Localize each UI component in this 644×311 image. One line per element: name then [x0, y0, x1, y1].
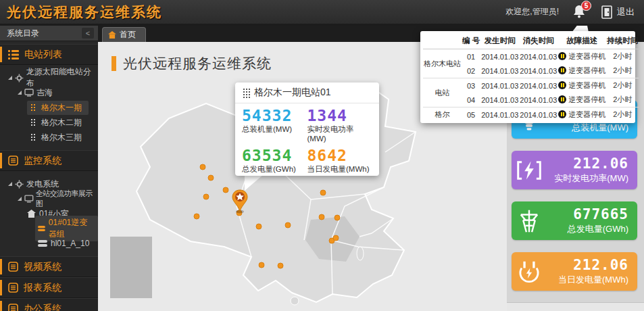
home-icon: [108, 31, 116, 39]
sidebar-item-geermu-phase3[interactable]: 格尔木三期: [0, 130, 98, 145]
fault-pause-icon: [558, 95, 566, 103]
station-dot[interactable]: [285, 222, 291, 229]
station-dot[interactable]: [203, 194, 209, 200]
inverter-icon: [38, 239, 47, 247]
stat-daily-generation: 8642 当日发电量(MWh): [307, 147, 373, 174]
app-header: 光伏远程服务运维系统 欢迎您,管理员! 5 退出: [0, 0, 644, 26]
welcome-text: 欢迎您,管理员!: [505, 6, 559, 18]
taiwan-shape: [357, 247, 364, 260]
sidebar-item-label: 龙源太阳能电站分布: [26, 66, 98, 89]
sidebar-item-label: 电站列表: [24, 49, 62, 61]
card-label: 总装机量(MW): [547, 122, 628, 134]
tab-home-label: 首页: [120, 29, 136, 41]
sidebar-item-label: 格尔木一期: [41, 102, 82, 114]
col-fault-desc: 故障描述: [558, 32, 606, 49]
card-realtime-power[interactable]: 212.06 实时发电功率(MW): [512, 151, 637, 189]
fault-table: 编 号 发生时间 消失时间 故障描述 持续时间 格尔木电站 01 2014.01…: [423, 32, 639, 122]
station-dot[interactable]: [194, 214, 200, 220]
card-value: 677665: [547, 207, 628, 222]
sidebar-item-geermu-phase1[interactable]: 格尔木一期: [0, 100, 98, 115]
card-total-generation[interactable]: 677665 总发电量(GWh): [512, 201, 637, 240]
station-dot[interactable]: [208, 175, 214, 181]
station-dot[interactable]: [320, 190, 326, 196]
clipboard-icon: [8, 156, 18, 166]
grid-dots-icon: [31, 104, 32, 105]
sidebar-collapse-button[interactable]: <: [82, 28, 94, 39]
station-dot[interactable]: [333, 235, 339, 241]
sidebar-item-label: 格尔木三期: [41, 132, 82, 143]
sidebar-item-office[interactable]: 办公系统: [0, 298, 98, 311]
sidebar-item-label: 全站交流功率展示图: [36, 189, 98, 209]
station-popup: 格尔木一期电站01 54332 总装机量(MW) 1344 实时发电功率(MW)…: [235, 82, 379, 176]
card-value: 212.06: [547, 258, 628, 272]
sidebar-item-video[interactable]: 视频系统: [0, 256, 98, 277]
sidebar-item-geermu-phase2[interactable]: 格尔木二期: [0, 115, 98, 130]
station-name: 格尔木电站: [423, 49, 462, 78]
gear-icon: [15, 180, 24, 189]
folder-monitor-icon: [24, 89, 34, 97]
gear-icon: [15, 74, 24, 82]
header-actions: 欢迎您,管理员! 5 退出: [505, 3, 644, 21]
caret-expanded-icon[interactable]: [8, 182, 12, 186]
notification-badge: 5: [581, 1, 591, 11]
sidebar-item-hl01[interactable]: hl01_A_10: [0, 236, 98, 251]
folder-monitor-icon: [24, 195, 34, 203]
logout-door-icon: [601, 5, 613, 19]
card-daily-generation[interactable]: 212.06 当日发电量(MWh): [512, 252, 637, 291]
table-row: 格尔 05 2014.01.03 2014.01.03 逆变器停机 2小时: [423, 107, 639, 122]
station-dot[interactable]: [335, 215, 341, 221]
sidebar-item-report[interactable]: 报表系统: [0, 277, 98, 298]
station-dot[interactable]: [200, 164, 206, 170]
lightning-icon: [516, 159, 542, 182]
sidebar-item-label: 吉海: [36, 87, 53, 99]
col-station: [423, 32, 462, 49]
table-row: 格尔木电站 01 2014.01.03 2014.01.03 逆变器停机 2小时: [423, 49, 639, 64]
sidebar-item-monitoring[interactable]: 监控系统: [0, 150, 98, 171]
sidebar-item-inverter-group[interactable]: 01#01逆变器组: [0, 221, 98, 236]
station-pin[interactable]: [231, 189, 249, 214]
title-accent-bar: [112, 56, 116, 71]
clipboard-icon: [8, 262, 18, 272]
sidebar: 系统目录 < 电站列表 龙源太阳能电站分布 吉海 格尔木一期 格: [0, 26, 98, 311]
station-popup-stats: 54332 总装机量(MW) 1344 实时发电功率(MW) 63534 总发电…: [235, 103, 379, 174]
notification-bell-icon[interactable]: 5: [571, 3, 589, 21]
caret-expanded-icon[interactable]: [8, 76, 12, 80]
station-dot[interactable]: [223, 187, 229, 193]
stat-total-generation: 63534 总发电量(GWh): [242, 147, 307, 174]
stat-installed-capacity: 54332 总装机量(MW): [242, 107, 307, 143]
grid-dots-icon: [31, 134, 32, 135]
tab-home[interactable]: 首页: [102, 27, 146, 42]
fault-pause-icon: [558, 110, 566, 118]
sidebar-item-distribution[interactable]: 龙源太阳能电站分布: [0, 70, 98, 85]
caret-expanded-icon[interactable]: [18, 197, 22, 201]
station-dot[interactable]: [259, 262, 265, 268]
card-label: 实时发电功率(MW): [547, 172, 628, 185]
station-popup-header: 格尔木一期电站01: [235, 82, 379, 103]
clipboard-icon: [8, 283, 18, 293]
right-panel-footer: [507, 302, 644, 311]
station-name: 格尔: [423, 107, 462, 122]
app-title: 光伏远程服务运维系统: [7, 3, 162, 22]
sidebar-item-label: 格尔木二期: [41, 117, 82, 128]
sidebar-header: 系统目录 <: [0, 26, 98, 41]
inverter-icon: [38, 224, 45, 233]
station-dot[interactable]: [256, 224, 262, 230]
caret-expanded-icon[interactable]: [18, 91, 22, 95]
sidebar-item-station-list[interactable]: 电站列表: [0, 44, 98, 65]
sidebar-item-label: 01#01逆变器组: [49, 217, 91, 240]
fault-table-popup: 编 号 发生时间 消失时间 故障描述 持续时间 格尔木电站 01 2014.01…: [420, 31, 635, 123]
sidebar-item-label: 视频系统: [24, 261, 61, 273]
sidebar-item-label: 发电系统: [26, 178, 59, 190]
drag-handle-icon[interactable]: [243, 89, 245, 90]
clipboard-icon: [8, 304, 18, 311]
col-number: 编 号: [462, 32, 480, 49]
fault-pause-icon: [558, 52, 566, 60]
logout-label: 退出: [617, 6, 635, 18]
hainan-shape: [291, 297, 299, 305]
logout-button[interactable]: 退出: [601, 5, 635, 19]
sidebar-item-label: 监控系统: [24, 155, 61, 167]
sidebar-item-ac-power-chart[interactable]: 全站交流功率展示图: [0, 191, 98, 206]
station-dot[interactable]: [278, 263, 284, 269]
station-dot[interactable]: [319, 214, 325, 220]
station-popup-title: 格尔木一期电站01: [254, 87, 331, 99]
